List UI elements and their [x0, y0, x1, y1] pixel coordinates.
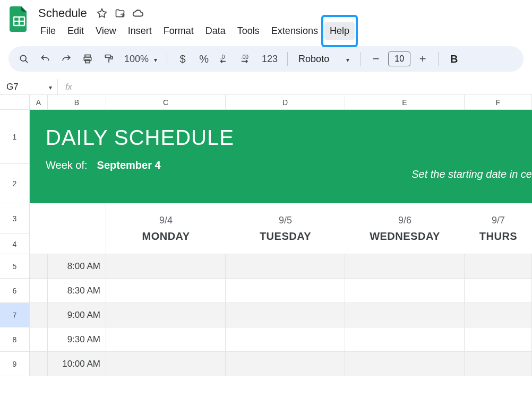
schedule-cell[interactable] [226, 279, 345, 303]
cell[interactable] [30, 303, 48, 327]
schedule-cell[interactable] [345, 279, 465, 303]
decrease-decimal-icon[interactable]: .0 [216, 50, 234, 68]
spreadsheet-grid[interactable]: ABCDEF 123456789 DAILY SCHEDULE Week of:… [0, 95, 532, 376]
column-header-A[interactable]: A [30, 95, 48, 109]
time-label[interactable]: 8:00 AM [48, 254, 106, 279]
format-currency-icon[interactable]: $ [174, 50, 192, 68]
day-date: 9/6 [398, 215, 411, 226]
font-family-select[interactable]: Roboto [294, 54, 354, 65]
menu-help[interactable]: Help [324, 22, 355, 40]
formula-input[interactable] [77, 82, 449, 91]
time-row: 9:30 AM [30, 327, 532, 352]
row-header-9[interactable]: 9 [0, 352, 30, 376]
day-name: WEDNESDAY [370, 230, 440, 243]
cloud-status-icon[interactable] [132, 7, 144, 20]
search-icon[interactable] [15, 50, 33, 68]
column-header-B[interactable]: B [48, 95, 106, 109]
move-icon[interactable] [114, 7, 126, 20]
schedule-cell[interactable] [465, 303, 532, 327]
row-header-5[interactable]: 5 [0, 254, 30, 279]
schedule-cell[interactable] [345, 327, 465, 352]
row-header-1[interactable]: 1 [0, 110, 30, 164]
svg-rect-8 [105, 55, 110, 58]
schedule-cell[interactable] [106, 352, 226, 376]
menu-file[interactable]: File [35, 22, 61, 40]
schedule-cell[interactable] [345, 303, 465, 327]
schedule-cell[interactable] [106, 303, 226, 327]
time-label[interactable]: 9:00 AM [48, 303, 106, 327]
print-icon[interactable] [79, 50, 97, 68]
cell[interactable] [30, 279, 48, 303]
schedule-cell[interactable] [226, 352, 345, 376]
schedule-cell[interactable] [465, 279, 532, 303]
time-row: 9:00 AM [30, 303, 532, 327]
schedule-cell[interactable] [345, 352, 465, 376]
column-header-C[interactable]: C [106, 95, 226, 109]
menu-view[interactable]: View [90, 22, 122, 40]
paint-format-icon[interactable] [100, 50, 118, 68]
day-header-spacer [30, 203, 106, 254]
row-header-4[interactable]: 4 [0, 234, 30, 254]
row-header-8[interactable]: 8 [0, 327, 30, 352]
day-column-wednesday[interactable]: 9/6 WEDNESDAY [345, 203, 465, 254]
menu-tools[interactable]: Tools [232, 22, 265, 40]
star-icon[interactable] [96, 7, 108, 20]
cell[interactable] [30, 327, 48, 352]
redo-icon[interactable] [57, 50, 75, 68]
bold-icon[interactable]: B [445, 50, 463, 68]
zoom-select[interactable]: 100% [121, 54, 160, 65]
separator [287, 52, 288, 66]
name-box[interactable]: G7 [0, 79, 57, 94]
menu-bar: FileEditViewInsertFormatDataToolsExtensi… [35, 22, 524, 40]
font-size-input[interactable]: 10 [388, 51, 410, 66]
document-title[interactable]: Schedule [35, 5, 90, 21]
schedule-cell[interactable] [465, 352, 532, 376]
schedule-cell[interactable] [106, 327, 226, 352]
row-header-6[interactable]: 6 [0, 279, 30, 303]
cell[interactable] [30, 352, 48, 376]
menu-edit[interactable]: Edit [62, 22, 89, 40]
schedule-cell[interactable] [226, 254, 345, 279]
undo-icon[interactable] [36, 50, 54, 68]
schedule-cell[interactable] [465, 327, 532, 352]
formula-bar-row: G7 fx [0, 79, 532, 95]
separator [438, 52, 439, 66]
week-of-value[interactable]: September 4 [97, 159, 161, 171]
schedule-cell[interactable] [226, 327, 345, 352]
schedule-cell[interactable] [226, 303, 345, 327]
schedule-cell[interactable] [465, 254, 532, 279]
menu-data[interactable]: Data [200, 22, 231, 40]
column-header-F[interactable]: F [465, 95, 532, 109]
column-header-E[interactable]: E [345, 95, 465, 109]
time-label[interactable]: 9:30 AM [48, 327, 106, 352]
day-name: TUESDAY [260, 230, 311, 243]
day-name: THURS [479, 230, 517, 243]
format-percent-icon[interactable]: % [195, 50, 213, 68]
week-of-label: Week of: [46, 159, 88, 171]
increase-font-icon[interactable]: + [414, 50, 432, 68]
schedule-cell[interactable] [106, 254, 226, 279]
time-label[interactable]: 10:00 AM [48, 352, 106, 376]
day-column-monday[interactable]: 9/4 MONDAY [106, 203, 226, 254]
sheets-logo-icon[interactable] [8, 5, 30, 33]
schedule-cell[interactable] [106, 279, 226, 303]
schedule-cell[interactable] [345, 254, 465, 279]
number-format-button[interactable]: 123 [259, 54, 281, 65]
day-column-thurs[interactable]: 9/7 THURS [465, 203, 532, 254]
time-label[interactable]: 8:30 AM [48, 279, 106, 303]
banner-hint: Set the starting date in ce [411, 168, 532, 180]
menu-extensions[interactable]: Extensions [266, 22, 323, 40]
row-header-2[interactable]: 2 [0, 164, 30, 203]
row-header-3[interactable]: 3 [0, 203, 30, 234]
menu-insert[interactable]: Insert [123, 22, 157, 40]
menu-format[interactable]: Format [158, 22, 199, 40]
row-header-7[interactable]: 7 [0, 303, 30, 327]
decrease-font-icon[interactable]: − [367, 50, 385, 68]
cell[interactable] [30, 254, 48, 279]
time-row: 8:30 AM [30, 279, 532, 303]
select-all-corner[interactable] [0, 95, 30, 109]
increase-decimal-icon[interactable]: .00 [237, 50, 255, 68]
toolbar: 100% $ % .0 .00 123 Roboto − 10 + B [8, 46, 524, 72]
day-column-tuesday[interactable]: 9/5 TUESDAY [226, 203, 345, 254]
column-header-D[interactable]: D [226, 95, 345, 109]
